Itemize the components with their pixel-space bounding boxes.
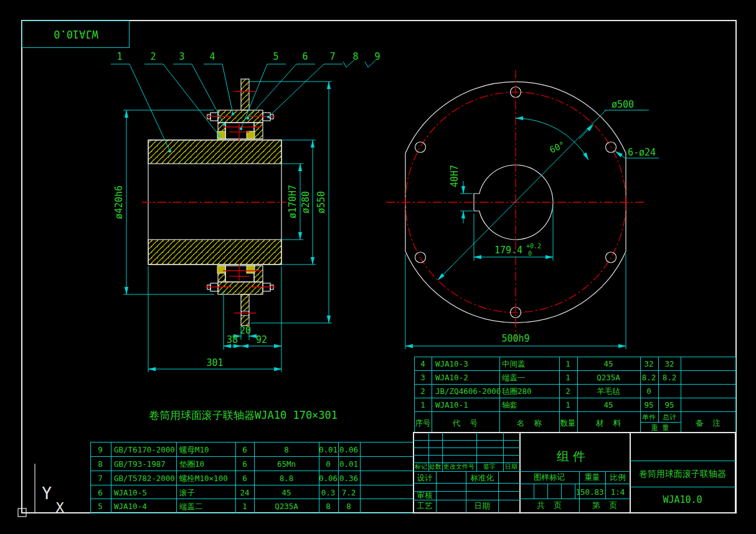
sheet-number: 第 页 [592,500,617,510]
bom-header-unit: 单件 [642,413,656,421]
bom-cell: 0.01 [319,445,338,454]
bom-cell: 6 [242,474,247,483]
scale-value: 1:4 [611,487,625,497]
bom-cell: 1 [420,400,425,410]
drum-upper-wall [148,140,281,164]
bom-cell: 32 [644,359,653,368]
bom-cell: GB/T5782-2000 [114,474,175,483]
bom-header-total: 总计 [662,413,676,421]
cad-drawing: WJA10.0 Y X [0,0,756,534]
bom-cell: 0.01 [339,459,358,469]
rev-col-file: 更改文件号 [443,463,475,470]
bom-cell: 2 [420,386,425,396]
dim-flange-dia: ø550 [316,191,327,213]
felt-seal [247,131,255,139]
bom-cell: WJA10-1 [435,400,468,410]
rev-col-mark: 标记 [414,463,427,470]
bom-cell: 4 [420,359,425,368]
bom-cell: 8 [346,502,351,511]
dim-flat-width: 500h9 [501,333,529,344]
border-frame [22,21,736,513]
bom-cell: 45 [603,400,613,410]
bom-cell: 螺母M10 [179,445,209,454]
part-label-3: 3 [179,51,184,62]
bom-upper-table: 4 WJA10-3 中间盖 1 45 32 32 3 WJA10-2 端盖一 1… [414,357,735,433]
dim-keyway-tol-upper: +0.2 [526,243,541,250]
part-label-6: 6 [302,51,308,62]
bom-cell: 45 [603,359,613,368]
bom-cell: 7 [98,474,103,483]
dim-bolt-circle: ø500 [612,99,634,110]
bom-cell: 0.36 [339,474,358,483]
assembly-label: 组件 [557,449,589,464]
bom-header-code: 代 号 [452,418,478,428]
bom-cell: JB/ZQ4606-2000 [435,386,501,396]
bom-cell: 7.2 [342,488,356,497]
date-label: 日期 [475,501,490,510]
design-label: 设计 [417,473,433,482]
dim-outer-dia: ø420h6 [113,185,125,219]
drawing-number: WJA10.0 [663,494,702,505]
dim-offset-left: 38 [227,334,238,345]
title-block: 标记 处数 更改文件号 签字 日期 设计 标准化 审核 工艺 日期 图样标记 重… [413,433,735,513]
front-view: ø500 60° 6-ø24 40H7 179.4 +0.2 0 500h9 [386,70,659,349]
dim-keyway-tol-lower: 0 [528,250,532,257]
bom-cell: GB/T93-1987 [114,459,166,469]
bom-cell: WJA10-3 [435,359,468,368]
felt-seal [217,266,225,273]
bottom-flange-assembly [206,264,275,326]
bom-cell: 5 [98,502,103,511]
ucs-y-label: Y [42,484,52,503]
bom-cell: 6 [242,445,247,454]
part-label-2: 2 [150,51,156,62]
ucs-icon: Y X [18,464,64,517]
rev-col-date: 日期 [505,463,517,470]
bom-cell: 65Mn [277,459,296,469]
weight-label: 重量 [585,472,600,482]
rev-col-sign: 签字 [483,463,496,470]
process-label: 工艺 [417,501,433,510]
bom-cell: 8 [326,502,331,511]
bom-cell: 8.2 [642,373,656,382]
bom-cell: 垫圈10 [179,459,204,469]
bom-cell: 端盖一 [502,373,526,382]
bom-cell: Q235A [597,373,620,382]
bom-header-remark: 备 注 [696,418,721,428]
bom-cell: 端盖二 [179,502,203,511]
bom-cell: 95 [644,400,653,410]
bom-cell: 1 [565,373,570,382]
bom-header-no: 序号 [415,418,431,428]
bom-cell: 0.06 [319,474,338,483]
part-label-7: 7 [329,51,335,62]
ucs-x-label: X [55,500,64,515]
bom-cell: GB/T6170-2000 [114,445,175,454]
rev-col-count: 处数 [429,463,442,470]
bom-cell: 8 [98,459,103,469]
dim-keyway-span: 179.4 [494,245,522,256]
front-view-dimensions: ø500 60° 6-ø24 40H7 179.4 +0.2 0 500h9 [405,99,659,349]
bom-cell: 羊毛毡 [597,386,620,396]
bom-cell: 45 [281,488,291,497]
bom-header-material: 材 料 [595,418,621,428]
dim-stem-width: 20 [240,325,251,336]
bom-cell: 0.3 [321,488,336,497]
part-label-4: 4 [209,51,215,62]
bom-cell: 32 [664,359,674,368]
section-view: 1 2 3 4 5 6 7 8 9 ø420h6 ø550 ø280 ø170H… [111,51,380,372]
part-label-5: 5 [273,51,278,62]
bom-cell: 轴套 [502,400,517,410]
bom-lower-table: 9 GB/T6170-2000 螺母M10 6 8 0.01 0.06 8 GB… [90,442,413,513]
bom-cell: WJA10-5 [114,488,147,497]
scale-label: 比例 [610,472,626,482]
dim-keyway-width: 40H7 [449,165,460,187]
sheet-total: 共 页 [537,500,562,510]
felt-seal [247,266,255,273]
dim-offset-right: 92 [256,334,267,345]
bom-header-qty: 数量 [560,418,576,428]
bom-cell: 95 [664,400,674,410]
bom-cell: 6 [242,459,247,469]
bom-cell: 中间盖 [502,359,526,368]
bom-cell: 8 [284,445,289,454]
bom-cell: 螺栓M10×100 [179,474,228,483]
bom-cell: 24 [240,488,249,497]
